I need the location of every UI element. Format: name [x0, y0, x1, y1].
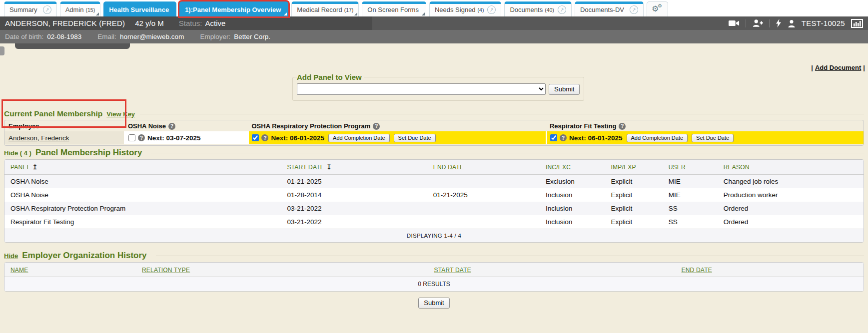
- header-notch: [15, 43, 130, 49]
- chart-tab[interactable]: Documents-DV ↗: [575, 1, 644, 16]
- tab-label: Summary: [9, 6, 37, 13]
- hide-employer-history-link[interactable]: Hide: [4, 252, 18, 260]
- tab-count: (4): [478, 7, 484, 13]
- panel-select[interactable]: [297, 83, 546, 95]
- tab-label: 1):Panel Membership Overview: [185, 6, 281, 13]
- chart-tab[interactable]: Summary ↗: [4, 1, 57, 16]
- cell-reason: Ordered: [718, 205, 864, 212]
- help-icon[interactable]: ?: [619, 123, 626, 130]
- tab-label: Documents: [510, 6, 543, 13]
- sort-start-date-link[interactable]: START DATE: [287, 164, 324, 171]
- tab-label: Documents-DV: [580, 6, 624, 13]
- respiratory-checkbox[interactable]: [252, 134, 259, 141]
- cell-reason: Ordered: [718, 218, 864, 226]
- add-panel-submit-button[interactable]: Submit: [549, 84, 580, 95]
- sort-user-link[interactable]: USER: [669, 164, 686, 171]
- sort-ascending-icon[interactable]: ↥: [32, 163, 37, 171]
- set-due-date-button[interactable]: Set Due Date: [394, 134, 436, 142]
- patient-header-bar: ANDERSON, FREDERICK (FRED) 42 y/o M Stat…: [0, 16, 868, 30]
- employer-label: Employer:: [200, 33, 230, 40]
- fit-testing-checkbox[interactable]: [550, 134, 557, 141]
- chart-tab[interactable]: Documents (40) ↗: [504, 1, 571, 16]
- tab-count: (40): [545, 7, 554, 13]
- panel-membership-history-title: Panel Membership History: [35, 148, 142, 158]
- employer-organization-history-section: Hide Employer Organization History NAME …: [4, 251, 864, 309]
- tab-list: Summary ↗ Admin (15) ↗ Health Surveillan…: [0, 0, 644, 16]
- help-icon[interactable]: ?: [560, 134, 567, 141]
- sort-end-date-link[interactable]: END DATE: [433, 164, 464, 171]
- history-rows: OSHA Noise 01-21-2025 Exclusion Explicit…: [4, 175, 864, 229]
- sort-relation-type-link[interactable]: RELATION TYPE: [142, 267, 190, 274]
- status-label: Status:: [179, 19, 202, 27]
- help-icon[interactable]: ?: [373, 123, 380, 130]
- video-camera-icon[interactable]: [729, 19, 740, 27]
- fit-testing-cell: ? Next: 06-01-2025 Add Completion Date S…: [546, 131, 864, 144]
- help-icon[interactable]: ?: [261, 134, 268, 141]
- add-person-icon[interactable]: [752, 19, 763, 27]
- sort-impexp-link[interactable]: IMP/EXP: [611, 164, 636, 171]
- sort-panel-link[interactable]: PANEL: [10, 164, 30, 171]
- patient-info-bar: Date of birth: 02-08-1983 Email: horner@…: [0, 30, 868, 43]
- next-due-label: Next: 06-01-2025: [271, 134, 324, 142]
- popout-icon[interactable]: ↗: [629, 5, 639, 15]
- cell-start-date: 01-21-2025: [281, 178, 427, 185]
- next-due-label: Next: 06-01-2025: [569, 134, 623, 142]
- email-value: horner@mieweb.com: [120, 33, 184, 40]
- bar-chart-icon[interactable]: [851, 19, 863, 28]
- chart-tab[interactable]: Health Surveillance ↗: [103, 1, 176, 16]
- chart-tab[interactable]: Medical Record (17) ↗: [291, 1, 359, 16]
- popout-icon[interactable]: ↗: [557, 5, 567, 15]
- cell-start-date: 03-21-2022: [281, 218, 427, 226]
- employee-cell: Anderson, Frederick: [4, 131, 124, 144]
- sort-emp-end-date-link[interactable]: END DATE: [682, 267, 712, 274]
- view-key-link[interactable]: View Key: [106, 110, 135, 118]
- employer-empty-results: 0 RESULTS: [4, 277, 864, 291]
- add-document-link[interactable]: Add Document: [815, 64, 861, 71]
- chart-tab[interactable]: 1):Panel Membership Overview ↗: [179, 1, 288, 16]
- next-due-label: Next: 03-07-2025: [147, 134, 201, 142]
- person-icon[interactable]: [788, 19, 796, 27]
- add-completion-date-button[interactable]: Add Completion Date: [328, 134, 390, 142]
- popout-icon[interactable]: ↗: [42, 5, 52, 15]
- membership-table: Employee OSHA Noise? OSHA Respiratory Pr…: [4, 120, 864, 146]
- cell-incexc: Inclusion: [540, 218, 605, 226]
- sort-name-link[interactable]: NAME: [10, 267, 28, 274]
- pipe: |: [863, 64, 865, 71]
- chart-tab[interactable]: Admin (15) ↗: [60, 1, 101, 16]
- divider-line: [151, 153, 864, 153]
- employee-link[interactable]: Anderson, Frederick: [8, 134, 69, 142]
- history-table: PANEL↥ START DATE↧ END DATE INC/EXC IMP/…: [4, 159, 864, 243]
- employer-submit-button[interactable]: Submit: [418, 298, 449, 309]
- cell-impexp: Explicit: [605, 178, 663, 185]
- sort-descending-icon[interactable]: ↧: [326, 163, 332, 171]
- cell-user: MIE: [663, 178, 718, 185]
- hide-history-link[interactable]: Hide ( 4 ): [4, 149, 31, 157]
- osha-noise-checkbox[interactable]: [128, 134, 135, 141]
- divider-line: [140, 114, 864, 114]
- side-panel-handle[interactable]: [0, 46, 4, 55]
- sort-reason-link[interactable]: REASON: [724, 164, 750, 171]
- divider-line: [156, 256, 864, 256]
- membership-col-respiratory: OSHA Respiratory Protection Program?: [247, 120, 545, 131]
- sort-incexc-link[interactable]: INC/EXC: [546, 164, 571, 171]
- cell-incexc: Inclusion: [540, 205, 605, 212]
- current-panel-membership-section: Current Panel Membership View Key Employ…: [4, 108, 864, 146]
- chart-id: TEST-10025: [802, 19, 845, 27]
- tab-settings[interactable]: ⚙⚙: [647, 1, 668, 16]
- help-icon[interactable]: ?: [138, 134, 145, 141]
- sort-emp-start-date-link[interactable]: START DATE: [434, 267, 471, 274]
- popout-icon[interactable]: ↗: [487, 5, 497, 15]
- cell-reason: Changed job roles: [718, 178, 864, 185]
- add-completion-date-button[interactable]: Add Completion Date: [627, 134, 688, 142]
- cell-impexp: Explicit: [605, 191, 663, 199]
- set-due-date-button[interactable]: Set Due Date: [692, 134, 734, 142]
- status-value: Active: [205, 19, 225, 27]
- help-icon[interactable]: ?: [168, 123, 175, 130]
- cell-incexc: Inclusion: [540, 191, 605, 199]
- cell-panel: OSHA Noise: [4, 191, 281, 199]
- chart-tab[interactable]: Needs Signed (4) ↗: [429, 1, 502, 16]
- chart-tab[interactable]: On Screen Forms ↗: [362, 1, 426, 16]
- lightning-icon[interactable]: [776, 19, 782, 27]
- table-row: OSHA Noise 01-28-2014 01-21-2025 Inclusi…: [4, 188, 864, 202]
- membership-col-osha-noise: OSHA Noise?: [124, 120, 248, 131]
